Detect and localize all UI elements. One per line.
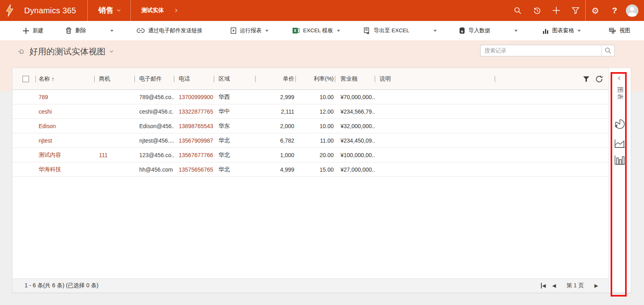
view-button[interactable]: 视图 (609, 27, 630, 34)
chart-pane-vertical-label[interactable]: 图表 (616, 87, 624, 101)
settings-button[interactable]: ⚙ (586, 0, 605, 21)
import-data-label: 导入数据 (469, 27, 490, 34)
filter-icon[interactable] (583, 76, 590, 82)
cell-name[interactable]: Edison (35, 119, 94, 133)
column-header-name[interactable]: 名称 ↑ (35, 68, 94, 89)
quick-create-button[interactable] (547, 0, 566, 21)
column-header-email[interactable]: 电子邮件 (134, 68, 174, 89)
table-row[interactable]: 华海科技 hh@456.com 13575656765 华北 4,999 15.… (12, 162, 609, 177)
view-selector-chevron-icon[interactable] (110, 49, 113, 52)
nav-area-label: 销售 (98, 5, 114, 16)
refresh-icon[interactable] (595, 75, 603, 83)
cell-name[interactable]: 789 (35, 90, 94, 104)
user-avatar[interactable] (626, 4, 638, 17)
lightning-bolt-icon (5, 4, 14, 17)
nav-entity-label: 测试实体 (141, 7, 164, 14)
chart-pane-button[interactable]: 图表窗格 (543, 27, 581, 34)
cell-rate: 10.00 (295, 90, 335, 104)
advanced-find-button[interactable] (566, 0, 585, 21)
cell-unit-price: 2,111 (255, 104, 295, 118)
cell-phone[interactable]: 13575656765 (174, 162, 214, 176)
table-row[interactable]: Edison Edison@456... 13898765543 华东 2,00… (12, 119, 609, 133)
pie-chart-icon[interactable] (614, 118, 625, 130)
search-submit-button[interactable] (601, 45, 614, 56)
email-link-button[interactable]: 通过电子邮件发送链接 (137, 27, 202, 34)
cell-name[interactable]: njtest (35, 133, 94, 147)
column-chart-icon[interactable] (614, 155, 625, 165)
cell-filler (495, 119, 609, 133)
cell-revenue: ¥70,000,000.... (335, 90, 375, 104)
cell-filler (495, 90, 609, 104)
delete-button[interactable]: 删除 (66, 27, 86, 34)
cell-description (375, 90, 495, 104)
cell-unit-price: 1,000 (255, 148, 295, 162)
cell-opportunity[interactable] (94, 119, 134, 133)
cell-opportunity[interactable] (94, 104, 134, 118)
import-data-button[interactable]: 导入数据 (459, 27, 490, 34)
run-report-button[interactable]: 运行报表 (231, 27, 268, 34)
cell-name[interactable]: 华海科技 (35, 162, 94, 176)
first-page-button[interactable]: ◀ (541, 283, 546, 288)
import-database-icon (459, 27, 465, 34)
column-header-unit-price[interactable]: 单价 (255, 68, 295, 89)
column-header-revenue[interactable]: 营业额 (335, 68, 375, 89)
cell-opportunity[interactable] (94, 90, 134, 104)
column-header-region[interactable]: 区域 (214, 68, 255, 89)
nav-entity-breadcrumb[interactable]: 测试实体 (131, 0, 187, 21)
import-more-dropdown[interactable] (514, 30, 518, 32)
cell-opportunity[interactable] (94, 162, 134, 176)
table-row[interactable]: 789 789@456.co... 13700999900 华西 2,999 1… (12, 90, 609, 104)
export-more-dropdown[interactable] (433, 30, 437, 32)
cell-phone[interactable]: 13322877765 (174, 104, 214, 118)
app-logo[interactable] (0, 0, 19, 21)
excel-templates-button[interactable]: X EXCEL 模板 (293, 27, 340, 34)
table-row[interactable]: 测试内容 111 123@456.co... 13567677766 华北 1,… (12, 148, 609, 162)
link-icon (137, 28, 144, 33)
column-header-phone[interactable]: 电话 (174, 68, 214, 89)
column-header-rate[interactable]: 利率(%) (295, 68, 335, 89)
cell-opportunity[interactable] (94, 133, 134, 147)
delete-more-dropdown[interactable] (110, 30, 114, 32)
export-excel-label: 导出至 EXCEL (374, 27, 410, 34)
cell-name[interactable]: ceshi (35, 104, 94, 118)
cell-revenue: ¥27,000,000.... (335, 162, 375, 176)
cell-email: njtest@456.... (134, 133, 174, 147)
nav-area-menu[interactable]: 销售 (88, 0, 130, 21)
chevron-right-icon (174, 9, 177, 12)
export-excel-button[interactable]: 导出至 EXCEL (363, 27, 410, 34)
cell-phone[interactable]: 13567677766 (174, 148, 214, 162)
column-header-description[interactable]: 说明 (375, 68, 495, 89)
search-icon (605, 47, 611, 54)
table-row[interactable]: ceshi ceshi@456.c... 13322877765 华中 2,11… (12, 104, 609, 119)
select-all-checkbox[interactable] (23, 76, 29, 82)
area-chart-icon[interactable] (614, 139, 625, 148)
help-button[interactable]: ? (605, 0, 624, 21)
pin-icon[interactable] (18, 48, 25, 55)
cell-opportunity[interactable]: 111 (94, 148, 134, 162)
brand-title[interactable]: Dynamics 365 (24, 6, 76, 15)
caret-down-icon (514, 30, 518, 32)
column-header-opportunity[interactable]: 商机 (94, 68, 134, 89)
cell-phone[interactable]: 13567909987 (174, 133, 214, 147)
cell-description (375, 133, 495, 147)
cell-phone[interactable]: 13700999900 (174, 90, 214, 104)
chevron-down-icon (117, 8, 120, 11)
new-button[interactable]: 新建 (23, 27, 43, 34)
cell-description (375, 148, 495, 162)
report-icon (231, 27, 236, 34)
cell-phone[interactable]: 13898765543 (174, 119, 214, 133)
expand-chart-pane-button[interactable] (619, 74, 621, 81)
previous-page-button[interactable]: ◀ (552, 283, 556, 288)
search-icon (514, 6, 522, 15)
run-report-label: 运行报表 (240, 27, 262, 34)
next-page-button[interactable]: ▶ (594, 283, 598, 288)
view-title[interactable]: 好用的测试实体视图 (29, 46, 105, 57)
search-input[interactable] (481, 45, 601, 56)
global-search-button[interactable] (508, 0, 527, 21)
cell-name[interactable]: 测试内容 (35, 148, 94, 162)
recent-items-button[interactable] (527, 0, 547, 21)
command-bar: 新建 删除 通过电子邮件发送链接 运行报表 X EXCEL 模板 导出至 EXC… (0, 21, 644, 40)
table-row[interactable]: njtest njtest@456.... 13567909987 华北 6,7… (12, 133, 609, 148)
cell-email: 123@456.co... (134, 148, 174, 162)
record-count-label: 1 - 6 条(共 6 条) (已选择 0 条) (25, 282, 99, 289)
